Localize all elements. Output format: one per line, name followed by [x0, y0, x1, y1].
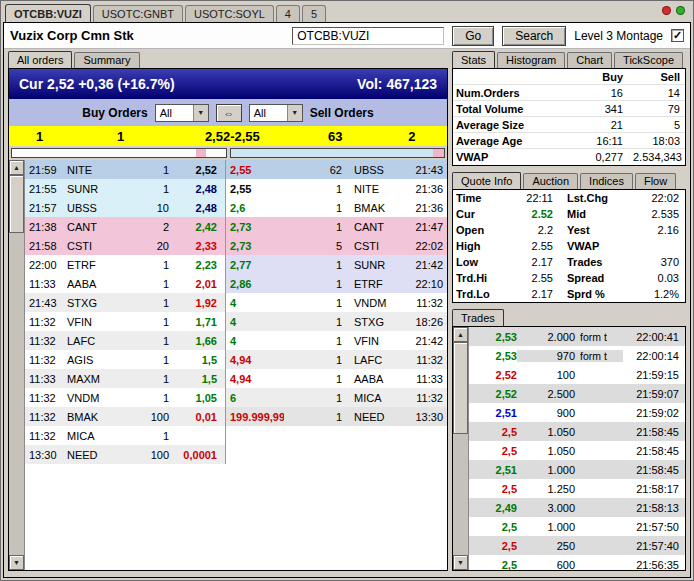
- trades-scrollbar-thumb[interactable]: [453, 342, 468, 434]
- buy-filter-select[interactable]: All ▼: [155, 104, 209, 122]
- ask-price: 2,55: [226, 183, 284, 195]
- go-button[interactable]: Go: [452, 26, 494, 46]
- window-tab-5[interactable]: 5: [302, 5, 326, 22]
- orderbook-scrollbar-thumb[interactable]: [9, 175, 24, 233]
- stats-label: Num.Orders: [453, 87, 571, 99]
- quote-tab-auction[interactable]: Auction: [523, 173, 578, 189]
- order-row-14[interactable]: 11:32MICA1: [25, 426, 447, 445]
- window-tab-usotc-soyl[interactable]: USOTC:SOYL: [185, 5, 274, 22]
- stats-tab-histogram[interactable]: Histogram: [497, 52, 565, 68]
- window-tab-4[interactable]: 4: [276, 5, 300, 22]
- trade-row-0[interactable]: 2,532.000form t22:00:41: [469, 327, 685, 346]
- trade-row-8[interactable]: 2,51.25021:58:17: [469, 479, 685, 498]
- symbol-input[interactable]: OTCBB:VUZI: [292, 27, 444, 45]
- trade-row-6[interactable]: 2,51.05021:58:45: [469, 441, 685, 460]
- order-row-0[interactable]: 21:59NITE12,522,5562UBSS21:43: [25, 160, 447, 179]
- quote-tab-indices[interactable]: Indices: [580, 173, 633, 189]
- bid-price: 1,92: [169, 297, 223, 309]
- ask-size: 1: [284, 373, 342, 385]
- stats-tab-chart[interactable]: Chart: [567, 52, 612, 68]
- trade-row-1[interactable]: 2,53970form t22:00:14: [469, 346, 685, 365]
- volume-text: Vol: 467,123: [357, 76, 437, 92]
- order-row-2[interactable]: 21:57UBSS102,482,61BMAK21:36: [25, 198, 447, 217]
- scroll-down-icon[interactable]: ▼: [453, 555, 468, 570]
- window-tab-usotc-gnbt[interactable]: USOTC:GNBT: [93, 5, 183, 22]
- bid-size: 100: [117, 449, 169, 461]
- order-row-11[interactable]: 11:33MAXM11,54,941AABA11:33: [25, 369, 447, 388]
- trade-row-3[interactable]: 2,522.50021:59:07: [469, 384, 685, 403]
- order-row-7[interactable]: 21:43STXG11,9241VNDM11:32: [25, 293, 447, 312]
- trade-price: 2,5: [469, 540, 517, 552]
- trades-scrollbar-track[interactable]: [453, 434, 468, 555]
- ask-mmid: MICA: [342, 392, 396, 404]
- bid-time: 11:33: [25, 373, 67, 385]
- trade-row-4[interactable]: 2,5190021:59:02: [469, 403, 685, 422]
- quote-tab-flow[interactable]: Flow: [635, 173, 676, 189]
- order-row-8[interactable]: 11:32VFIN11,7141STXG18:26: [25, 312, 447, 331]
- trade-row-2[interactable]: 2,5210021:59:15: [469, 365, 685, 384]
- order-row-3[interactable]: 21:38CANT22,422,731CANT21:47: [25, 217, 447, 236]
- scroll-up-icon[interactable]: ▲: [453, 327, 468, 342]
- stats-tab-tickscope[interactable]: TickScope: [614, 52, 683, 68]
- trades-scrollbar[interactable]: ▲ ▼: [453, 327, 469, 570]
- trade-quantity: 1.250: [517, 483, 575, 495]
- trade-row-5[interactable]: 2,51.05021:58:45: [469, 422, 685, 441]
- trade-qty-group: 1.000: [517, 521, 623, 533]
- order-filter-bar: Buy Orders All ▼ ⇔ All ▼ Sell Orders: [9, 99, 447, 126]
- orderbook-scrollbar[interactable]: ▲ ▼: [9, 160, 25, 570]
- order-row-1[interactable]: 21:55SUNR12,482,551NITE21:36: [25, 179, 447, 198]
- stats-label: VWAP: [453, 151, 571, 163]
- trade-qty-group: 2.000form t: [517, 331, 623, 343]
- trade-quantity: 600: [517, 559, 575, 571]
- trades-tab-trades[interactable]: Trades: [452, 309, 504, 326]
- orderbook-scrollbar-track[interactable]: [9, 233, 24, 555]
- ask-side: 2,5562UBSS21:43: [225, 160, 447, 179]
- window-tab-otcbb-vuzi[interactable]: OTCBB:VUZI: [5, 4, 91, 22]
- ask-time: 11:32: [396, 354, 447, 366]
- scroll-down-icon[interactable]: ▼: [9, 555, 24, 570]
- bid-side: 11:32MICA1: [25, 426, 225, 445]
- trade-row-7[interactable]: 2,511.00021:58:45: [469, 460, 685, 479]
- trade-row-12[interactable]: 2,560021:56:35: [469, 555, 685, 570]
- bid-time: 21:38: [25, 221, 67, 233]
- trade-row-11[interactable]: 2,525021:57:40: [469, 536, 685, 555]
- order-row-12[interactable]: 11:32VNDM11,0561MICA11:32: [25, 388, 447, 407]
- ask-size: 1: [284, 183, 342, 195]
- order-row-5[interactable]: 22:00ETRF12,232,771SUNR21:42: [25, 255, 447, 274]
- order-row-13[interactable]: 11:32BMAK1000,01199.999,991NEED13:30: [25, 407, 447, 426]
- montage-box: Cur 2,52 +0,36 (+16.7%) Vol: 467,123 Buy…: [8, 68, 448, 571]
- montage-tab-summary[interactable]: Summary: [74, 52, 139, 68]
- montage-tab-all-orders[interactable]: All orders: [8, 51, 72, 68]
- bid-size: 1: [117, 297, 169, 309]
- sell-filter-select[interactable]: All ▼: [249, 104, 303, 122]
- order-row-9[interactable]: 11:32LAFC11,6641VFIN21:42: [25, 331, 447, 350]
- scroll-up-icon[interactable]: ▲: [9, 160, 24, 175]
- level3-montage-checkbox[interactable]: ✓: [671, 29, 684, 42]
- quote-tab-quote-info[interactable]: Quote Info: [452, 172, 521, 189]
- bid-size: 1: [117, 430, 169, 442]
- trade-row-9[interactable]: 2,493.00021:58:13: [469, 498, 685, 517]
- bid-mmid: AABA: [67, 278, 117, 290]
- stats-buy-value: 341: [571, 103, 633, 115]
- ask-time: 13:30: [396, 411, 447, 423]
- search-button[interactable]: Search: [502, 26, 566, 46]
- order-row-6[interactable]: 11:33AABA12,012,861ETRF22:10: [25, 274, 447, 293]
- order-row-4[interactable]: 21:58CSTI202,332,735CSTI22:02: [25, 236, 447, 255]
- order-row-15[interactable]: 13:30NEED1000,0001: [25, 445, 447, 464]
- quote-value: 2.55: [499, 272, 553, 284]
- order-row-10[interactable]: 11:32AGIS11,54,941LAFC11:32: [25, 350, 447, 369]
- trade-row-10[interactable]: 2,51.00021:57:50: [469, 517, 685, 536]
- stats-row-2: Average Size215: [453, 117, 685, 133]
- ask-size: 1: [284, 335, 342, 347]
- bid-mmid: NEED: [67, 449, 117, 461]
- stats-tab-stats[interactable]: Stats: [452, 51, 495, 68]
- trade-time: 21:58:45: [623, 464, 685, 476]
- quote-value: 0.03: [617, 272, 685, 284]
- depth-segment: [433, 149, 444, 157]
- link-filters-button[interactable]: ⇔: [216, 104, 242, 122]
- trade-flag: form t: [575, 331, 623, 343]
- ask-size: 5: [284, 240, 342, 252]
- bid-mmid: SUNR: [67, 183, 117, 195]
- ask-mmid: SUNR: [342, 259, 396, 271]
- bid-time: 21:59: [25, 164, 67, 176]
